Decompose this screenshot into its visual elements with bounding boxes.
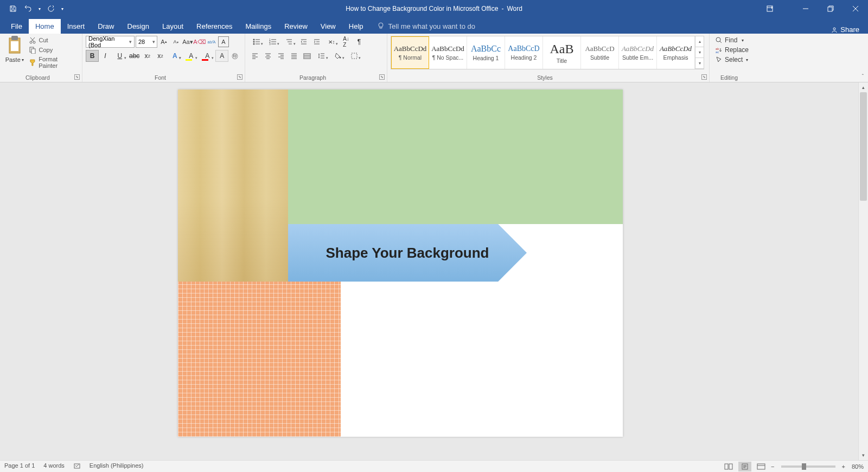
zoom-slider[interactable] <box>781 465 835 468</box>
word-count[interactable]: 4 words <box>43 462 65 471</box>
tab-design[interactable]: Design <box>121 19 156 34</box>
font-dialog-launcher[interactable]: ⬊ <box>237 74 242 80</box>
superscript-button[interactable]: x2 <box>154 50 167 62</box>
redo-button[interactable] <box>44 2 58 15</box>
font-name-selector[interactable]: DengXian (Bod <box>86 36 135 48</box>
sort-button[interactable]: A↓Z <box>340 36 353 48</box>
collapse-ribbon-button[interactable]: ˆ <box>862 74 864 80</box>
align-left-button[interactable] <box>248 50 261 62</box>
style-subtitle[interactable]: AaBbCcDSubtitle <box>581 36 619 69</box>
undo-dropdown[interactable]: ▾ <box>37 2 42 15</box>
italic-button[interactable]: I <box>99 50 112 62</box>
style-no-spacing[interactable]: AaBbCcDd¶ No Spac... <box>429 36 467 69</box>
style-emphasis[interactable]: AaBbCcDdEmphasis <box>657 36 695 69</box>
page-indicator[interactable]: Page 1 of 1 <box>4 462 35 471</box>
zoom-slider-thumb[interactable] <box>802 463 806 470</box>
styles-scroll-up[interactable]: ▴ <box>695 36 704 47</box>
numbering-button[interactable]: 123 <box>265 36 281 48</box>
strikethrough-button[interactable]: abc <box>128 50 141 62</box>
tab-help[interactable]: Help <box>342 19 370 34</box>
tab-view[interactable]: View <box>314 19 342 34</box>
align-center-button[interactable] <box>261 50 275 62</box>
tab-layout[interactable]: Layout <box>156 19 190 34</box>
character-shading-button[interactable]: A <box>215 50 228 62</box>
proofing-icon[interactable] <box>73 462 81 471</box>
style-heading1[interactable]: AaBbCcHeading 1 <box>467 36 505 69</box>
vertical-scrollbar[interactable]: ▴ ▾ <box>858 82 868 460</box>
zoom-in-button[interactable]: + <box>842 463 845 470</box>
cut-button[interactable]: Cut <box>28 36 79 44</box>
minimize-button[interactable] <box>793 0 818 17</box>
scroll-up-button[interactable]: ▴ <box>859 82 868 92</box>
align-right-button[interactable] <box>275 50 288 62</box>
borders-button[interactable] <box>346 50 362 62</box>
multilevel-list-button[interactable] <box>281 36 297 48</box>
bullets-button[interactable] <box>248 36 265 48</box>
select-button[interactable]: Select▾ <box>713 55 751 64</box>
shading-button[interactable] <box>330 50 346 62</box>
copy-button[interactable]: Copy <box>28 46 79 54</box>
shrink-font-button[interactable]: A▾ <box>170 36 181 47</box>
font-size-selector[interactable]: 28 <box>136 36 157 48</box>
paste-button[interactable]: Paste▾ <box>3 36 25 72</box>
save-button[interactable] <box>7 2 20 15</box>
replace-button[interactable]: abacReplace <box>713 46 751 54</box>
subscript-button[interactable]: x2 <box>141 50 154 62</box>
maximize-button[interactable] <box>818 0 843 17</box>
qat-customize[interactable]: ▾ <box>60 2 65 15</box>
grow-font-button[interactable]: A▴ <box>158 36 169 47</box>
underline-button[interactable]: U <box>112 50 128 62</box>
justify-button[interactable] <box>288 50 301 62</box>
web-layout-button[interactable] <box>755 462 768 471</box>
scroll-down-button[interactable]: ▾ <box>859 450 868 460</box>
align-right-icon <box>277 52 285 60</box>
replace-icon: abac <box>715 46 723 54</box>
asian-layout-button[interactable]: ✕↕ <box>323 36 340 48</box>
style-title[interactable]: AaBTitle <box>543 36 581 69</box>
tab-draw[interactable]: Draw <box>91 19 120 34</box>
undo-button[interactable] <box>22 2 35 15</box>
style-subtle-emphasis[interactable]: AaBbCcDdSubtle Em... <box>619 36 657 69</box>
document-area[interactable]: Shape Your Background <box>0 82 858 460</box>
tab-mailings[interactable]: Mailings <box>239 19 278 34</box>
share-button[interactable]: Share <box>831 22 859 34</box>
increase-indent-button[interactable] <box>310 36 323 48</box>
zoom-out-button[interactable]: − <box>771 463 774 470</box>
zoom-level[interactable]: 80% <box>852 463 864 470</box>
read-mode-button[interactable] <box>722 462 735 471</box>
font-color-button[interactable]: A <box>199 50 215 62</box>
scroll-thumb[interactable] <box>860 92 867 201</box>
tab-references[interactable]: References <box>190 19 239 34</box>
format-painter-button[interactable]: Format Painter <box>28 55 79 69</box>
tab-review[interactable]: Review <box>278 19 314 34</box>
change-case-button[interactable]: Aa▾ <box>182 36 193 47</box>
character-border-button[interactable]: A <box>218 36 229 47</box>
title-separator: - <box>501 5 503 12</box>
highlight-button[interactable]: A <box>183 50 199 62</box>
ribbon-display-options-button[interactable] <box>757 0 782 17</box>
tell-me-search[interactable]: Tell me what you want to do <box>370 18 482 34</box>
style-heading2[interactable]: AaBbCcDHeading 2 <box>505 36 543 69</box>
tab-home[interactable]: Home <box>29 19 61 34</box>
print-layout-button[interactable] <box>738 462 751 471</box>
text-effects-button[interactable]: A <box>167 50 183 62</box>
styles-scroll-down[interactable]: ▾ <box>695 47 704 58</box>
decrease-indent-button[interactable] <box>297 36 310 48</box>
clear-formatting-button[interactable]: A⌫ <box>194 36 205 47</box>
styles-dialog-launcher[interactable]: ⬊ <box>701 74 707 80</box>
find-button[interactable]: Find▾ <box>713 36 751 44</box>
line-spacing-button[interactable] <box>314 50 330 62</box>
close-button[interactable] <box>843 0 868 17</box>
phonetic-guide-button[interactable]: ab⁄A <box>206 36 217 47</box>
bold-button[interactable]: B <box>86 50 99 62</box>
clipboard-dialog-launcher[interactable]: ⬊ <box>74 74 80 80</box>
distributed-button[interactable] <box>301 50 314 62</box>
language-indicator[interactable]: English (Philippines) <box>90 462 144 471</box>
tab-insert[interactable]: Insert <box>61 19 92 34</box>
paragraph-dialog-launcher[interactable]: ⬊ <box>379 74 385 80</box>
enclose-characters-button[interactable]: ㊞ <box>228 50 241 62</box>
styles-expand[interactable]: ▾ <box>695 58 704 69</box>
tab-file[interactable]: File <box>4 19 29 34</box>
show-marks-button[interactable]: ¶ <box>353 36 366 48</box>
style-normal[interactable]: AaBbCcDd¶ Normal <box>391 36 429 69</box>
